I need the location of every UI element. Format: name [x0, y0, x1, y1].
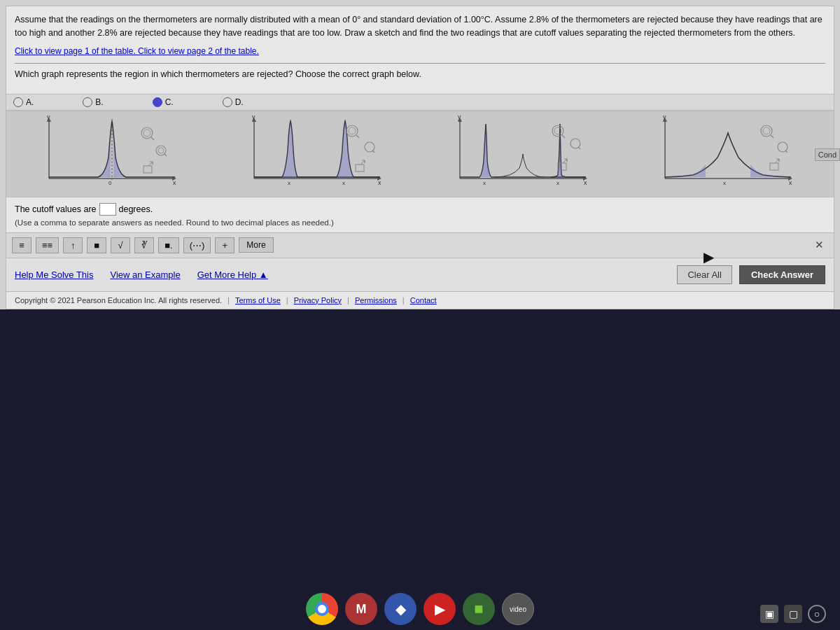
terms-of-use-link[interactable]: Terms of Use: [235, 296, 281, 304]
graph-d-svg: y x x: [658, 115, 798, 186]
privacy-policy-link[interactable]: Privacy Policy: [294, 296, 342, 304]
svg-text:x: x: [723, 180, 726, 186]
bottom-action-row: Help Me Solve This View an Example Get M…: [6, 258, 834, 292]
svg-line-10: [151, 137, 154, 140]
svg-point-11: [156, 146, 166, 155]
math-btn-plus[interactable]: +: [215, 237, 234, 253]
svg-text:x: x: [584, 179, 587, 186]
radio-circle-c: [153, 97, 162, 107]
cutoff-label-before: The cutoff values are: [15, 204, 97, 214]
circle-icon[interactable]: ○: [808, 605, 826, 623]
permissions-link[interactable]: Permissions: [355, 296, 397, 304]
math-btn-sqrt[interactable]: √: [111, 237, 130, 253]
window-icon[interactable]: ▢: [784, 605, 802, 623]
cond-label: Cond: [815, 148, 840, 161]
cutoff-section: The cutoff values are degrees. (Use a co…: [6, 197, 834, 233]
footer-copyright: Copyright © 2021 Pearson Education Inc. …: [15, 296, 222, 304]
cutoff-label-after: degrees.: [119, 204, 153, 214]
svg-text:y: y: [663, 115, 666, 120]
main-content: Assume that the readings on the thermome…: [0, 0, 840, 309]
svg-point-53: [778, 142, 788, 152]
action-links-left: Help Me Solve This View an Example Get M…: [15, 270, 268, 280]
svg-text:x: x: [789, 179, 792, 186]
svg-line-39: [562, 135, 565, 138]
taskbar-chrome-icon[interactable]: [306, 593, 338, 625]
question-text: Assume that the readings on the thermome…: [15, 13, 825, 41]
svg-text:x: x: [378, 179, 382, 186]
action-right-btns: Clear All Check Answer: [677, 265, 825, 284]
math-toolbar: ≡ ≡≡ ↑ ■ √ ∛ ■. (⋯) + More ✕: [6, 233, 834, 258]
svg-point-24: [349, 127, 356, 134]
radio-option-d[interactable]: D.: [223, 97, 244, 107]
svg-point-50: [761, 125, 772, 136]
instruction-text: (Use a comma to separate answers as need…: [15, 218, 825, 227]
footer-sep-3: |: [347, 296, 349, 304]
view-example-link[interactable]: View an Example: [110, 270, 180, 280]
taskbar-video-icon[interactable]: video: [502, 593, 534, 625]
svg-text:y: y: [458, 115, 461, 120]
more-button[interactable]: More: [239, 237, 273, 253]
svg-line-25: [356, 135, 359, 138]
math-btn-1[interactable]: ≡: [12, 237, 31, 253]
graph-c-container: y x x x: [449, 115, 596, 192]
get-more-help-link[interactable]: Get More Help ▲: [197, 270, 268, 280]
math-btn-3[interactable]: ↑: [63, 237, 83, 253]
svg-line-27: [372, 150, 374, 153]
svg-point-37: [552, 125, 564, 136]
cutoff-row: The cutoff values are degrees.: [15, 203, 825, 216]
footer-sep-4: |: [402, 296, 405, 304]
radio-label-d: D.: [235, 97, 244, 107]
svg-text:y: y: [252, 115, 255, 120]
svg-point-40: [570, 139, 580, 148]
svg-text:x: x: [288, 180, 290, 186]
divider: [15, 63, 825, 64]
svg-point-23: [346, 125, 358, 136]
graph-c-svg: y x x x: [453, 115, 593, 186]
svg-line-41: [578, 147, 580, 149]
sub-question: Which graph represents the region in whi…: [15, 68, 825, 81]
toolbar-close-icon[interactable]: ✕: [811, 239, 828, 251]
taskbar: M ◆ ▶ ■ video ▣ ▢ ○: [0, 588, 840, 630]
taskbar-blue-icon[interactable]: ◆: [384, 593, 416, 625]
radio-label-c: C.: [165, 97, 174, 107]
taskbar-red-icon[interactable]: ▶: [424, 593, 456, 625]
table-links[interactable]: Click to view page 1 of the table. Click…: [15, 45, 825, 57]
graph-b-svg: y x x x: [247, 115, 387, 186]
screenshot-icon[interactable]: ▣: [760, 605, 778, 623]
radio-label-b: B.: [95, 97, 103, 107]
math-btn-4[interactable]: ■: [87, 237, 106, 253]
svg-rect-14: [144, 166, 152, 173]
svg-point-26: [365, 142, 374, 152]
svg-line-54: [785, 150, 788, 153]
graphs-area: y x 0 y x: [6, 111, 834, 197]
svg-text:y: y: [47, 115, 50, 120]
math-btn-2[interactable]: ≡≡: [36, 237, 59, 253]
svg-rect-28: [356, 164, 364, 172]
radio-option-b[interactable]: B.: [83, 97, 103, 107]
svg-text:x: x: [483, 180, 486, 186]
radio-option-a[interactable]: A.: [13, 97, 34, 107]
svg-point-9: [144, 130, 150, 136]
help-me-solve-link[interactable]: Help Me Solve This: [15, 270, 93, 280]
svg-text:x: x: [173, 179, 176, 186]
taskbar-mail-icon[interactable]: M: [345, 593, 377, 625]
svg-point-8: [141, 127, 153, 139]
footer-sep-2: |: [286, 296, 288, 304]
radio-circle-a: [13, 97, 23, 107]
graph-a-container: y x 0: [38, 115, 186, 192]
graph-a-svg: y x 0: [42, 115, 182, 186]
math-btn-cbrt[interactable]: ∛: [134, 237, 154, 253]
taskbar-green-icon[interactable]: ■: [463, 593, 495, 625]
graph-d-container: y x x: [654, 115, 802, 192]
svg-line-13: [164, 154, 167, 156]
math-btn-dot[interactable]: ■.: [158, 237, 178, 253]
math-btn-paren[interactable]: (⋯): [183, 237, 211, 253]
graph-b-container: y x x x: [244, 115, 391, 192]
check-answer-button[interactable]: Check Answer: [739, 265, 825, 284]
svg-rect-55: [770, 163, 778, 170]
clear-all-button[interactable]: Clear All: [677, 265, 732, 284]
cutoff-input[interactable]: [99, 203, 116, 216]
question-box: Assume that the readings on the thermome…: [6, 6, 834, 94]
contact-link[interactable]: Contact: [410, 296, 437, 304]
radio-option-c[interactable]: C.: [153, 97, 174, 107]
